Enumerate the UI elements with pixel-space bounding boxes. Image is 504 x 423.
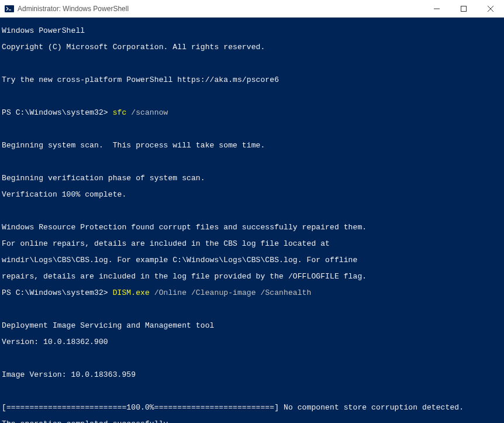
blank-line [2, 387, 502, 396]
powershell-icon [5, 4, 14, 13]
blank-line [2, 355, 502, 363]
output-line: Beginning verification phase of system s… [2, 174, 502, 183]
window-titlebar: Administrator: Windows PowerShell [0, 0, 504, 18]
blank-line [2, 60, 502, 68]
command: DISM.exe [113, 288, 150, 297]
minimize-button[interactable] [423, 0, 450, 17]
output-line: Version: 10.0.18362.900 [2, 338, 502, 346]
command-args: /scannow [126, 108, 168, 117]
output-line: [==========================100.0%=======… [2, 404, 502, 412]
output-line: Verification 100% complete. [2, 191, 502, 199]
output-line: Beginning system scan. This process will… [2, 142, 502, 150]
output-line: Deployment Image Servicing and Managemen… [2, 322, 502, 330]
output-line: windir\Logs\CBS\CBS.log. For example C:\… [2, 256, 502, 264]
blank-line [2, 125, 502, 133]
output-line: The operation completed successfully. [2, 420, 502, 423]
blank-line [2, 92, 502, 101]
prompt: PS C:\Windows\system32> [2, 288, 113, 297]
output-line: Copyright (C) Microsoft Corporation. All… [2, 43, 502, 51]
svg-rect-0 [5, 5, 14, 12]
prompt: PS C:\Windows\system32> [2, 108, 113, 117]
svg-rect-1 [461, 6, 467, 11]
terminal-output[interactable]: Windows PowerShell Copyright (C) Microso… [0, 18, 504, 423]
output-line: For online repairs, details are included… [2, 240, 502, 248]
close-button[interactable] [477, 0, 504, 17]
window-title: Administrator: Windows PowerShell [18, 5, 423, 13]
output-line: Image Version: 10.0.18363.959 [2, 371, 502, 379]
blank-line [2, 305, 502, 314]
output-line: repairs, details are included in the log… [2, 273, 502, 281]
output-line: Try the new cross-platform PowerShell ht… [2, 76, 502, 84]
window-controls [423, 0, 504, 17]
prompt-line: PS C:\Windows\system32> DISM.exe /Online… [2, 289, 502, 297]
maximize-button[interactable] [450, 0, 477, 17]
output-line: Windows PowerShell [2, 27, 502, 35]
prompt-line: PS C:\Windows\system32> sfc /scannow [2, 109, 502, 117]
command: sfc [113, 108, 127, 117]
blank-line [2, 158, 502, 166]
command-args: /Online /Cleanup-image /Scanhealth [150, 288, 312, 297]
output-line: Windows Resource Protection found corrup… [2, 223, 502, 232]
blank-line [2, 207, 502, 215]
